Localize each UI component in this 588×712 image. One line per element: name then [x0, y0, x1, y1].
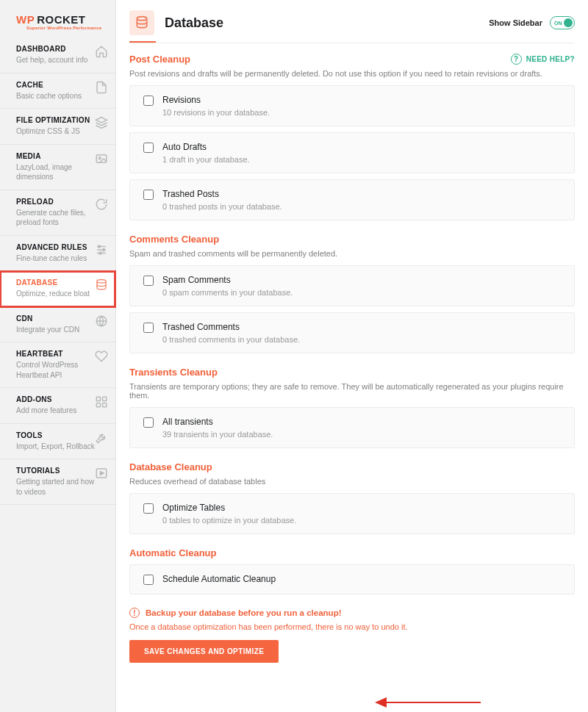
option-label: Trashed Posts	[162, 189, 282, 199]
option-revisions: Revisions 10 revisions in your database.	[129, 85, 575, 126]
save-changes-button[interactable]: SAVE CHANGES AND OPTIMIZE	[129, 640, 279, 663]
sidebar-item-label: CDN	[16, 314, 79, 323]
section-post-cleanup: Post Cleanup ? NEED HELP? Post revisions…	[129, 54, 575, 220]
sidebar-item-addons[interactable]: ADD-ONS Add more features	[0, 388, 115, 424]
globe-icon	[95, 314, 108, 328]
sidebar-item-sub: Optimize CSS & JS	[16, 126, 90, 137]
svg-point-2	[98, 157, 101, 159]
show-sidebar-toggle[interactable]: ON	[550, 16, 575, 29]
main-content: Database Show Sidebar ON Post Cleanup ? …	[116, 0, 588, 712]
section-comments-cleanup: Comments Cleanup Spam and trashed commen…	[129, 234, 575, 353]
sidebar-item-sub: Get help, account info	[16, 55, 87, 65]
section-title: Transients Cleanup	[129, 367, 575, 378]
play-icon	[95, 467, 108, 480]
logo-rocket-text: ROCKET	[37, 13, 85, 26]
nav: DASHBOARD Get help, account info CACHE B…	[0, 37, 115, 505]
warning-text: Backup your database before you run a cl…	[146, 608, 341, 617]
section-transients-cleanup: Transients Cleanup Transients are tempor…	[129, 367, 575, 448]
option-sub: 0 spam comments in your database.	[162, 288, 293, 297]
sidebar-item-sub: Fine-tune cache rules	[16, 253, 87, 264]
svg-point-9	[97, 280, 106, 284]
checkbox-all-transients[interactable]	[143, 417, 154, 428]
file-icon	[95, 81, 108, 94]
sidebar-item-label: PRELOAD	[16, 198, 95, 206]
sidebar-item-label: CACHE	[16, 81, 82, 89]
svg-rect-13	[103, 403, 107, 407]
checkbox-trashed-posts[interactable]	[143, 190, 154, 200]
warning-row: ! Backup your database before you run a …	[129, 608, 575, 618]
sidebar-item-label: TUTORIALS	[16, 467, 95, 475]
sidebar-item-dashboard[interactable]: DASHBOARD Get help, account info	[0, 37, 115, 73]
sidebar-item-label: MEDIA	[16, 152, 95, 160]
option-schedule-cleanup: Schedule Automatic Cleanup	[129, 564, 575, 594]
show-sidebar-label: Show Sidebar	[489, 18, 542, 27]
checkbox-optimize-tables[interactable]	[143, 503, 154, 514]
option-spam-comments: Spam Comments 0 spam comments in your da…	[129, 265, 575, 306]
sidebar-item-sub: Import, Export, Rollback	[16, 442, 95, 452]
checkbox-trashed-comments[interactable]	[143, 323, 154, 333]
section-title: Database Cleanup	[129, 461, 575, 472]
section-database-cleanup: Database Cleanup Reduces overhead of dat…	[129, 461, 575, 534]
svg-rect-12	[103, 397, 107, 400]
sidebar-item-label: ADVANCED RULES	[16, 243, 87, 251]
wrench-icon	[95, 431, 108, 445]
sidebar-item-sub: Generate cache files, preload fonts	[16, 208, 95, 228]
sidebar-item-advanced-rules[interactable]: ADVANCED RULES Fine-tune cache rules	[0, 236, 115, 272]
sidebar-item-cache[interactable]: CACHE Basic cache options	[0, 73, 115, 109]
option-label: Trashed Comments	[162, 322, 300, 332]
sidebar: WP ROCKET Superior WordPress Performance…	[0, 0, 116, 712]
option-label: All transients	[162, 417, 273, 427]
section-desc: Spam and trashed comments will be perman…	[129, 249, 575, 258]
sidebar-item-media[interactable]: MEDIA LazyLoad, image dimensions	[0, 145, 115, 190]
need-help-link[interactable]: ? NEED HELP?	[511, 54, 575, 65]
option-auto-drafts: Auto Drafts 1 draft in your database.	[129, 132, 575, 173]
logo-tagline: Superior WordPress Performance	[26, 26, 105, 30]
sidebar-item-sub: Getting started and how to videos	[16, 477, 95, 497]
section-title: Post Cleanup	[129, 54, 190, 65]
checkbox-auto-drafts[interactable]	[143, 143, 154, 153]
sidebar-item-sub: LazyLoad, image dimensions	[16, 162, 95, 182]
sidebar-item-file-optimization[interactable]: FILE OPTIMIZATION Optimize CSS & JS	[0, 109, 115, 145]
sidebar-item-database[interactable]: DATABASE Optimize, reduce bloat	[0, 271, 115, 307]
database-icon	[95, 278, 108, 292]
sidebar-item-label: HEARTBEAT	[16, 350, 95, 358]
option-label: Auto Drafts	[162, 142, 250, 152]
sidebar-item-label: ADD-ONS	[16, 395, 76, 403]
puzzle-icon	[95, 395, 108, 409]
checkbox-schedule-cleanup[interactable]	[143, 575, 154, 585]
toggle-knob	[564, 18, 573, 27]
option-sub: 0 trashed comments in your database.	[162, 335, 300, 344]
sidebar-item-sub: Basic cache options	[16, 91, 82, 101]
sidebar-item-tools[interactable]: TOOLS Import, Export, Rollback	[0, 424, 115, 460]
option-trashed-comments: Trashed Comments 0 trashed comments in y…	[129, 312, 575, 353]
section-desc: Post revisions and drafts will be perman…	[129, 69, 575, 78]
option-label: Schedule Automatic Cleanup	[162, 574, 276, 584]
sidebar-item-label: DATABASE	[16, 278, 90, 287]
page-icon	[129, 10, 154, 35]
sidebar-item-cdn[interactable]: CDN Integrate your CDN	[0, 307, 115, 343]
sidebar-item-preload[interactable]: PRELOAD Generate cache files, preload fo…	[0, 190, 115, 236]
checkbox-revisions[interactable]	[143, 96, 154, 106]
option-sub: 39 transients in your database.	[162, 430, 273, 439]
sidebar-item-tutorials[interactable]: TUTORIALS Getting started and how to vid…	[0, 459, 115, 505]
svg-marker-0	[96, 118, 107, 123]
home-icon	[95, 45, 108, 58]
sidebar-item-label: FILE OPTIMIZATION	[16, 116, 90, 124]
logo: WP ROCKET Superior WordPress Performance	[0, 0, 115, 37]
section-title: Comments Cleanup	[129, 234, 575, 245]
sidebar-item-label: DASHBOARD	[16, 45, 87, 53]
sidebar-item-sub: Control WordPress Heartbeat API	[16, 360, 95, 380]
section-title: Automatic Cleanup	[129, 547, 575, 558]
option-sub: 1 draft in your database.	[162, 155, 250, 164]
option-sub: 0 trashed posts in your database.	[162, 202, 282, 211]
option-optimize-tables: Optimize Tables 0 tables to optimize in …	[129, 493, 575, 534]
annotation-arrow	[375, 697, 481, 708]
toggle-on-text: ON	[554, 21, 562, 26]
checkbox-spam-comments[interactable]	[143, 276, 154, 286]
sidebar-item-heartbeat[interactable]: HEARTBEAT Control WordPress Heartbeat AP…	[0, 342, 115, 388]
svg-rect-11	[96, 397, 100, 400]
section-desc: Transients are temporary options; they a…	[129, 382, 575, 400]
option-sub: 0 tables to optimize in your database.	[162, 516, 296, 525]
image-icon	[95, 152, 108, 165]
section-automatic-cleanup: Automatic Cleanup Schedule Automatic Cle…	[129, 547, 575, 594]
